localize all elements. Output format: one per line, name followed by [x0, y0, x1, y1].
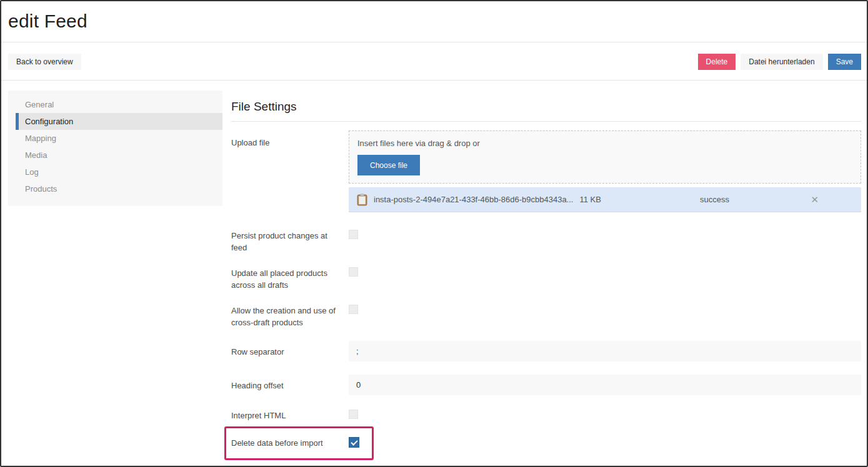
update-placed-products-label: Update all placed products across all dr… [231, 266, 349, 291]
highlight-box: Delete data before import [224, 426, 374, 460]
delete-button[interactable]: Delete [698, 54, 736, 70]
uploaded-file-row: insta-posts-2-494e7a21-433f-46bb-86d6-b9… [349, 187, 861, 212]
clipboard-file-icon [357, 194, 367, 206]
dropzone-text: Insert files here via drag & drop or [357, 139, 852, 148]
interpret-html-label: Interpret HTML [231, 408, 349, 421]
row-separator-input[interactable] [349, 341, 861, 361]
sidebar-item-products[interactable]: Products [8, 180, 222, 197]
file-name: insta-posts-2-494e7a21-433f-46bb-86d6-b9… [374, 195, 573, 204]
download-file-button[interactable]: Datei herunterladen [741, 54, 822, 70]
heading-offset-input[interactable] [349, 375, 861, 395]
persist-product-changes-label: Persist product changes at feed [231, 229, 349, 253]
choose-file-button[interactable]: Choose file [357, 155, 420, 175]
row-separator-row: Row separator [231, 341, 861, 361]
update-placed-products-row: Update all placed products across all dr… [231, 266, 861, 291]
save-button[interactable]: Save [828, 54, 861, 70]
delete-data-row: Delete data before import [231, 436, 359, 450]
file-size: 11 KB [579, 195, 601, 204]
delete-data-label: Delete data before import [231, 436, 349, 450]
upload-field: Insert files here via drag & drop or Cho… [349, 130, 861, 212]
persist-product-changes-row: Persist product changes at feed [231, 229, 861, 253]
settings-sidebar: General Configuration Mapping Media Log … [8, 91, 222, 206]
toolbar-actions: Delete Datei herunterladen Save [698, 54, 861, 70]
persist-product-changes-checkbox[interactable] [349, 230, 358, 239]
delete-data-checkbox[interactable] [349, 437, 359, 448]
file-dropzone[interactable]: Insert files here via drag & drop or Cho… [349, 130, 861, 184]
sidebar-item-general[interactable]: General [8, 96, 222, 113]
cross-draft-products-checkbox[interactable] [349, 305, 358, 314]
edit-feed-page: edit Feed Back to overview Delete Datei … [0, 0, 868, 467]
interpret-html-row: Interpret HTML [231, 408, 861, 421]
sidebar-item-log[interactable]: Log [8, 164, 222, 180]
update-placed-products-checkbox[interactable] [349, 267, 358, 277]
toolbar: Back to overview Delete Datei herunterla… [1, 42, 867, 81]
page-title: edit Feed [8, 11, 867, 32]
row-separator-label: Row separator [231, 341, 349, 361]
cross-draft-products-label: Allow the creation and use of cross-draf… [231, 303, 349, 328]
sidebar-item-media[interactable]: Media [8, 147, 222, 164]
interpret-html-checkbox[interactable] [349, 410, 358, 419]
section-title: File Settings [231, 100, 861, 114]
cross-draft-products-row: Allow the creation and use of cross-draf… [231, 303, 861, 328]
upload-file-label: Upload file [231, 130, 349, 212]
heading-offset-label: Heading offset [231, 375, 349, 395]
sidebar-item-configuration[interactable]: Configuration [16, 113, 222, 130]
sidebar-item-mapping[interactable]: Mapping [8, 130, 222, 147]
section-divider [231, 121, 861, 122]
back-to-overview-button[interactable]: Back to overview [8, 54, 81, 70]
content-area: General Configuration Mapping Media Log … [1, 81, 867, 460]
remove-file-icon[interactable]: ✕ [811, 195, 819, 204]
file-status: success [700, 195, 729, 204]
upload-file-row: Upload file Insert files here via drag &… [231, 130, 861, 212]
heading-offset-row: Heading offset [231, 375, 861, 395]
file-settings-panel: File Settings Upload file Insert files h… [231, 91, 861, 460]
